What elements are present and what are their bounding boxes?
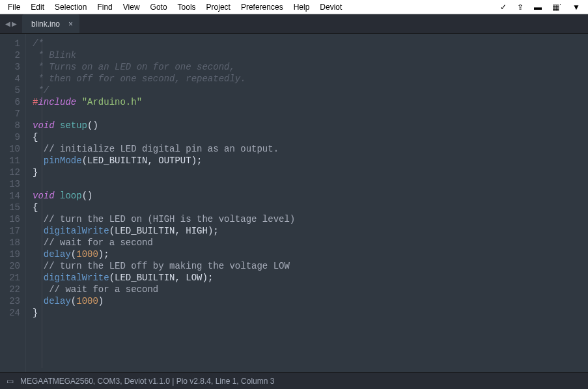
- token-func: delay: [44, 249, 71, 260]
- upload-icon[interactable]: ⇪: [512, 1, 529, 13]
- line-number: 6: [0, 96, 20, 108]
- token-punct: ,: [147, 155, 158, 166]
- code-line[interactable]: delay(1000): [33, 295, 588, 307]
- line-number: 2: [0, 49, 20, 61]
- tab-nav[interactable]: ◀ ▶: [0, 14, 22, 33]
- token-punct: {: [33, 202, 38, 213]
- token-plain: [33, 284, 49, 295]
- line-number: 13: [0, 178, 20, 190]
- code-line[interactable]: #include "Arduino.h": [33, 96, 588, 108]
- dropdown-icon[interactable]: ▼: [567, 1, 585, 13]
- line-number: 19: [0, 248, 20, 260]
- token-doc: * Turns on an LED on for one second,: [33, 62, 235, 72]
- code-line[interactable]: digitalWrite(LED_BUILTIN, LOW);: [33, 272, 588, 284]
- line-number: 4: [0, 73, 20, 85]
- code-line[interactable]: digitalWrite(LED_BUILTIN, HIGH);: [33, 225, 588, 237]
- menu-item-deviot[interactable]: Deviot: [315, 1, 347, 13]
- code-line[interactable]: {: [33, 131, 588, 143]
- token-ident: loop: [60, 191, 82, 201]
- code-line[interactable]: // turn the LED on (HIGH is the voltage …: [33, 213, 588, 225]
- line-number: 11: [0, 155, 20, 167]
- code-line[interactable]: // turn the LED off by making the voltag…: [33, 260, 588, 272]
- code-line[interactable]: }: [33, 167, 588, 178]
- menu-item-tools[interactable]: Tools: [173, 1, 201, 13]
- code-line[interactable]: [33, 178, 588, 190]
- line-number: 16: [0, 213, 20, 225]
- menu-item-selection[interactable]: Selection: [49, 1, 92, 13]
- status-bar: ▭ MEGAATMEGA2560, COM3, Deviot v1.1.0 | …: [0, 372, 588, 389]
- code-area[interactable]: /* * Blink * Turns on an LED on for one …: [26, 34, 588, 372]
- console-icon[interactable]: ▦˙: [547, 1, 567, 13]
- status-text: MEGAATMEGA2560, COM3, Deviot v1.1.0 | Pi…: [20, 377, 274, 386]
- code-line[interactable]: delay(1000);: [33, 248, 588, 260]
- code-line[interactable]: [33, 108, 588, 120]
- close-icon[interactable]: ×: [68, 20, 73, 29]
- line-number: 24: [0, 307, 20, 319]
- code-line[interactable]: */: [33, 85, 588, 96]
- code-line[interactable]: * then off for one second, repeatedly.: [33, 73, 588, 85]
- menu-item-goto[interactable]: Goto: [145, 1, 173, 13]
- line-gutter: 123456789101112131415161718192021222324: [0, 34, 26, 372]
- line-number: 8: [0, 120, 20, 131]
- token-punct: );: [98, 249, 109, 260]
- token-func: digitalWrite: [44, 273, 109, 283]
- token-plain: [55, 191, 60, 201]
- line-number: 18: [0, 237, 20, 248]
- token-comment: // turn the LED off by making the voltag…: [44, 261, 290, 271]
- menu-item-preferences[interactable]: Preferences: [236, 1, 288, 13]
- line-number: 5: [0, 85, 20, 96]
- token-punct: (: [109, 226, 115, 236]
- code-line[interactable]: // wait for a second: [33, 284, 588, 295]
- token-comment: // wait for a second: [49, 284, 158, 295]
- line-number: 7: [0, 108, 20, 120]
- token-keyword: void: [33, 191, 55, 201]
- tab-blink-ino[interactable]: blink.ino×: [22, 14, 79, 33]
- code-line[interactable]: }: [33, 307, 588, 319]
- panel-icon[interactable]: ▭: [7, 377, 14, 386]
- line-number: 12: [0, 167, 20, 178]
- nav-next-icon[interactable]: ▶: [12, 20, 17, 27]
- menu-item-help[interactable]: Help: [288, 1, 315, 13]
- token-number: 1000: [76, 249, 98, 260]
- token-doc: */: [33, 85, 49, 96]
- token-comment: // wait for a second: [44, 237, 153, 248]
- token-func: delay: [44, 296, 71, 306]
- menu-item-file[interactable]: File: [3, 1, 25, 13]
- line-number: 14: [0, 190, 20, 202]
- code-line[interactable]: void loop(): [33, 190, 588, 202]
- line-number: 15: [0, 202, 20, 213]
- token-string: "Arduino.h": [82, 97, 142, 107]
- nav-prev-icon[interactable]: ◀: [5, 20, 10, 27]
- token-punct: ,: [175, 226, 186, 236]
- code-line[interactable]: void setup(): [33, 120, 588, 131]
- token-punct: (: [71, 249, 76, 260]
- code-editor[interactable]: 123456789101112131415161718192021222324 …: [0, 34, 588, 372]
- check-icon[interactable]: ✓: [495, 1, 512, 13]
- code-line[interactable]: // initialize LED digital pin as an outp…: [33, 143, 588, 155]
- menu-item-find[interactable]: Find: [92, 1, 117, 13]
- token-const: LED_BUILTIN: [87, 155, 147, 166]
- menubar: FileEditSelectionFindViewGotoToolsProjec…: [0, 0, 588, 14]
- menu-item-project[interactable]: Project: [201, 1, 236, 13]
- menu-item-edit[interactable]: Edit: [25, 1, 49, 13]
- code-line[interactable]: pinMode(LED_BUILTIN, OUTPUT);: [33, 155, 588, 167]
- monitor-icon[interactable]: ▬: [529, 1, 547, 13]
- code-line[interactable]: * Blink: [33, 49, 588, 61]
- token-const: HIGH: [186, 226, 208, 236]
- code-line[interactable]: {: [33, 202, 588, 213]
- menu-item-view[interactable]: View: [118, 1, 145, 13]
- token-punct: );: [208, 226, 219, 236]
- token-punct: {: [33, 132, 38, 142]
- token-const: LOW: [186, 273, 202, 283]
- token-punct: ): [98, 296, 104, 306]
- code-line[interactable]: * Turns on an LED on for one second,: [33, 61, 588, 73]
- code-line[interactable]: /*: [33, 38, 588, 49]
- token-ident: setup: [60, 120, 87, 131]
- code-line[interactable]: // wait for a second: [33, 237, 588, 248]
- line-number: 1: [0, 38, 20, 49]
- tab-strip: ◀ ▶ blink.ino×: [0, 14, 588, 34]
- token-const: LED_BUILTIN: [115, 226, 175, 236]
- token-punct: }: [33, 308, 38, 318]
- line-number: 20: [0, 260, 20, 272]
- token-punct: (): [82, 191, 93, 201]
